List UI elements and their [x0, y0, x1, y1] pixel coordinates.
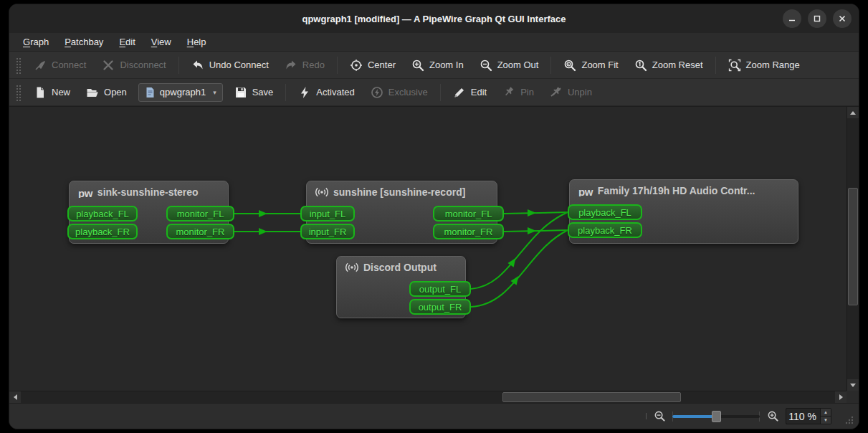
new-file-icon: [34, 86, 47, 99]
connection-wires: [9, 107, 857, 403]
wire-arrow: [510, 274, 521, 285]
redo-icon: [285, 59, 297, 72]
redo-button[interactable]: Redo: [277, 55, 332, 75]
toolbar-separator: [440, 84, 441, 101]
zoom-out-icon: [654, 410, 666, 422]
save-icon: [234, 86, 247, 99]
port-monitor-fl[interactable]: monitor_FL: [433, 206, 504, 222]
node-title: sink-sunshine-stereo: [97, 186, 199, 198]
statusbar-separator: [646, 413, 647, 419]
wire-arrow: [259, 210, 267, 217]
edit-button[interactable]: Edit: [446, 82, 494, 103]
pipewire-icon: pw: [578, 186, 593, 197]
exclusive-toggle[interactable]: Exclusive: [363, 82, 435, 103]
center-button[interactable]: Center: [343, 55, 403, 75]
connect-button[interactable]: Connect: [27, 55, 93, 75]
vertical-scroll-thumb[interactable]: [848, 188, 858, 305]
menu-view[interactable]: View: [143, 33, 179, 51]
save-patchbay-button[interactable]: Save: [227, 82, 281, 103]
spin-up-button[interactable]: ▲: [821, 409, 831, 417]
zoom-range-button[interactable]: Zoom Range: [721, 55, 807, 75]
close-button[interactable]: [833, 9, 852, 28]
patchbay-select-value: qpwgraph1: [160, 87, 206, 97]
minimize-icon: [788, 14, 796, 23]
horizontal-scroll-thumb[interactable]: [502, 392, 681, 402]
port-monitor-fr[interactable]: monitor_FR: [433, 224, 504, 239]
zoom-out-button[interactable]: Zoom Out: [472, 55, 546, 75]
zoom-percent-value[interactable]: 110 %: [786, 409, 820, 424]
menu-help[interactable]: Help: [179, 33, 214, 51]
zoom-out-small-button[interactable]: [652, 409, 667, 424]
new-patchbay-button[interactable]: New: [27, 82, 77, 103]
pin-button[interactable]: Pin: [495, 82, 541, 103]
minimize-button[interactable]: [783, 9, 801, 28]
edit-pencil-icon: [453, 86, 466, 99]
zoom-percent-spinbox[interactable]: 110 % ▲ ▼: [786, 408, 831, 424]
wire-arrow: [259, 228, 267, 235]
toolbar-drag-handle[interactable]: [15, 57, 21, 74]
vertical-scrollbar[interactable]: [846, 107, 859, 391]
exclusive-bolt-icon: [371, 86, 383, 99]
app-window: qpwgraph1 [modified] — A PipeWire Graph …: [9, 4, 859, 429]
menu-bar: Graph Patchbay Edit View Help: [9, 33, 859, 52]
title-bar[interactable]: qpwgraph1 [modified] — A PipeWire Graph …: [9, 4, 859, 33]
zoom-slider[interactable]: [672, 410, 760, 423]
status-bar: 110 % ▲ ▼: [9, 403, 859, 429]
undo-icon: [191, 59, 204, 72]
port-output-fl[interactable]: output_FL: [409, 281, 471, 297]
port-output-fr[interactable]: output_FR: [409, 299, 471, 315]
spin-down-button[interactable]: ▼: [821, 417, 831, 424]
chevron-down-icon: ▾: [213, 89, 216, 96]
slider-fill: [672, 415, 716, 418]
node-title: Discord Output: [363, 262, 437, 273]
port-input-fl[interactable]: input_FL: [300, 206, 355, 222]
port-playback-fr[interactable]: playback_FR: [67, 224, 138, 239]
horizontal-scrollbar[interactable]: [9, 391, 846, 403]
port-monitor-fr[interactable]: monitor_FR: [166, 224, 234, 239]
toolbar-separator: [337, 57, 338, 74]
slider-handle[interactable]: [712, 411, 721, 422]
scroll-up-button[interactable]: [847, 107, 859, 118]
unpin-button[interactable]: Unpin: [543, 82, 599, 103]
scroll-left-button[interactable]: [9, 391, 21, 403]
wire-arrow: [528, 227, 536, 234]
menu-edit[interactable]: Edit: [111, 33, 143, 51]
zoom-in-icon: [411, 59, 424, 72]
triangle-up-icon: [850, 111, 856, 115]
port-monitor-fl[interactable]: monitor_FL: [166, 206, 234, 222]
zoom-in-small-button[interactable]: [766, 409, 780, 424]
open-folder-icon: [86, 86, 99, 99]
zoom-in-button[interactable]: Zoom In: [404, 55, 471, 75]
triangle-down-icon: [850, 384, 856, 387]
zoom-fit-button[interactable]: Zoom Fit: [556, 55, 625, 75]
port-input-fr[interactable]: input_FR: [300, 224, 355, 239]
open-patchbay-button[interactable]: Open: [79, 82, 134, 103]
toolbar-drag-handle[interactable]: [15, 84, 21, 101]
menu-graph[interactable]: Graph: [15, 33, 57, 51]
patchbay-select[interactable]: qpwgraph1 ▾: [138, 83, 223, 102]
port-playback-fl[interactable]: playback_FL: [568, 204, 642, 220]
connect-icon: [34, 59, 47, 72]
resize-grip[interactable]: [843, 414, 854, 425]
activated-toggle[interactable]: Activated: [291, 82, 361, 103]
patchbay-file-icon: [145, 87, 156, 98]
port-playback-fl[interactable]: playback_FL: [67, 206, 138, 222]
unpin-icon: [550, 86, 563, 99]
wire-monitorFL-playbackFL: [504, 212, 568, 214]
zoom-reset-button[interactable]: Zoom Reset: [627, 55, 710, 75]
window-title: qpwgraph1 [modified] — A PipeWire Graph …: [302, 14, 566, 24]
port-playback-fr[interactable]: playback_FR: [568, 222, 642, 238]
patchbay-toolbar: New Open qpwgraph1 ▾ Save Activated Excl…: [9, 79, 859, 106]
pin-icon: [502, 86, 515, 99]
menu-patchbay[interactable]: Patchbay: [57, 33, 111, 51]
graph-viewport[interactable]: pw sink-sunshine-stereo sunshine [sunshi…: [9, 107, 846, 391]
center-icon: [350, 59, 363, 72]
disconnect-button[interactable]: Disconnect: [95, 55, 173, 75]
undo-connect-button[interactable]: Undo Connect: [184, 55, 276, 75]
scroll-right-button[interactable]: [835, 391, 846, 403]
maximize-button[interactable]: [808, 9, 826, 28]
zoom-range-icon: [728, 59, 741, 72]
scroll-down-button[interactable]: [847, 379, 859, 391]
toolbar-separator: [178, 57, 179, 74]
toolbar-separator: [285, 84, 286, 101]
